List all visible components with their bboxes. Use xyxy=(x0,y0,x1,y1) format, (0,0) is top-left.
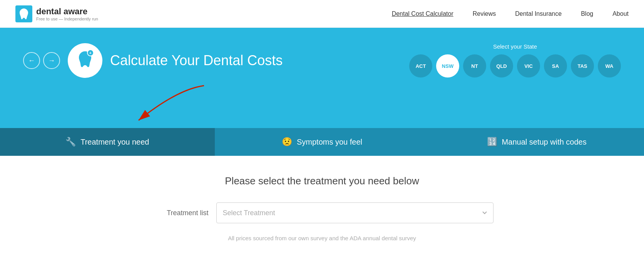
codes-icon: 🔢 xyxy=(487,137,497,147)
nav-dental-cost-calculator[interactable]: Dental Cost Calculator xyxy=(392,10,453,17)
tab-manual-label: Manual setup with codes xyxy=(502,138,587,147)
logo-icon xyxy=(15,5,32,22)
state-tas[interactable]: TAS xyxy=(571,54,594,78)
main-nav: Dental Cost Calculator Reviews Dental In… xyxy=(392,10,629,17)
hero-logo-circle: + xyxy=(68,43,102,78)
tab-bar: 🔧 Treatment you need 😟 Symptoms you feel… xyxy=(0,128,644,156)
wrench-icon: 🔧 xyxy=(65,137,76,147)
tab-symptoms-you-feel[interactable]: 😟 Symptoms you feel xyxy=(215,128,430,156)
hero-title: Calculate Your Dental Costs xyxy=(110,52,283,69)
state-label: Select your State xyxy=(409,43,621,50)
nav-dental-insurance[interactable]: Dental Insurance xyxy=(515,10,562,17)
main-content: Please select the treatment you need bel… xyxy=(0,156,644,263)
state-wa[interactable]: WA xyxy=(598,54,621,78)
state-selector: Select your State ACT NSW NT QLD VIC SA … xyxy=(409,43,621,78)
state-sa[interactable]: SA xyxy=(544,54,567,78)
forward-button[interactable]: → xyxy=(43,52,60,69)
state-vic[interactable]: VIC xyxy=(517,54,540,78)
hero-top: ← → + Calculate Your Dental Costs xyxy=(23,43,621,78)
state-qld[interactable]: QLD xyxy=(490,54,513,78)
logo-subtitle: Free to use — Independently run xyxy=(36,17,98,21)
state-nt[interactable]: NT xyxy=(463,54,486,78)
state-act[interactable]: ACT xyxy=(409,54,432,78)
logo-area: dental aware Free to use — Independently… xyxy=(15,5,98,22)
hero-tooth-icon: + xyxy=(74,49,97,72)
nav-about[interactable]: About xyxy=(612,10,629,17)
state-buttons: ACT NSW NT QLD VIC SA TAS WA xyxy=(409,54,621,78)
nav-reviews[interactable]: Reviews xyxy=(473,10,496,17)
nav-blog[interactable]: Blog xyxy=(581,10,593,17)
face-icon: 😟 xyxy=(282,137,292,147)
site-header: dental aware Free to use — Independently… xyxy=(0,0,644,28)
logo-text: dental aware Free to use — Independently… xyxy=(36,7,98,21)
treatment-select[interactable]: Select Treatment xyxy=(216,202,493,223)
state-nsw[interactable]: NSW xyxy=(436,54,459,78)
section-title: Please select the treatment you need bel… xyxy=(8,175,636,187)
hero-left: ← → + Calculate Your Dental Costs xyxy=(23,43,283,78)
treatment-row: Treatment list Select Treatment xyxy=(8,202,636,223)
treatment-list-label: Treatment list xyxy=(151,209,209,217)
hero-annotation-arrow xyxy=(108,82,208,130)
svg-text:+: + xyxy=(89,51,92,55)
logo-title: dental aware xyxy=(36,7,98,17)
back-button[interactable]: ← xyxy=(23,52,40,69)
tab-symptoms-label: Symptoms you feel xyxy=(297,138,362,147)
tab-manual-setup[interactable]: 🔢 Manual setup with codes xyxy=(429,128,644,156)
nav-arrows: ← → xyxy=(23,52,60,69)
hero-banner: ← → + Calculate Your Dental Costs xyxy=(0,28,644,128)
tab-treatment-label: Treatment you need xyxy=(80,138,149,147)
tab-treatment-you-need[interactable]: 🔧 Treatment you need xyxy=(0,128,215,156)
price-note: All prices sourced from our own survey a… xyxy=(8,235,636,241)
